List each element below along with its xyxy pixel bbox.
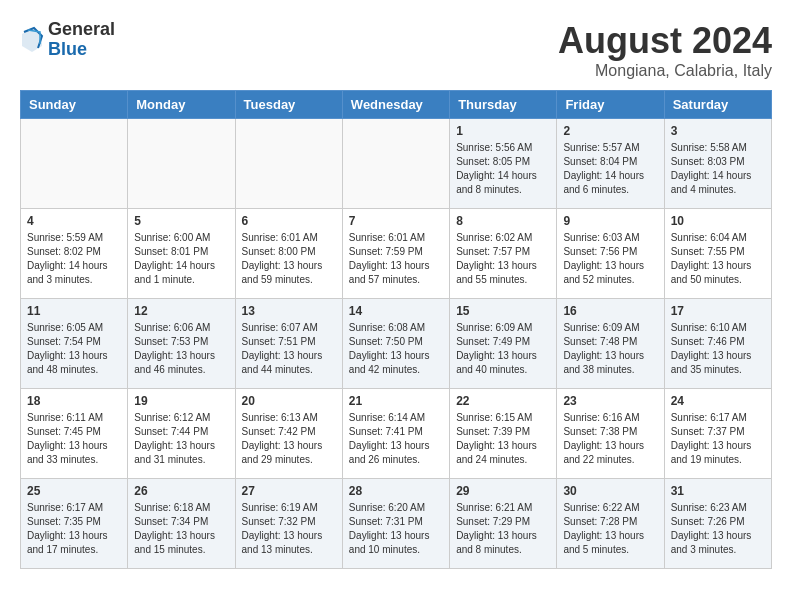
weekday-row: Sunday Monday Tuesday Wednesday Thursday… xyxy=(21,91,772,119)
day-info: Sunrise: 6:13 AMSunset: 7:42 PMDaylight:… xyxy=(242,411,336,467)
calendar-cell xyxy=(21,119,128,209)
location: Mongiana, Calabria, Italy xyxy=(558,62,772,80)
day-info: Sunrise: 5:56 AMSunset: 8:05 PMDaylight:… xyxy=(456,141,550,197)
day-number: 5 xyxy=(134,214,228,228)
day-info: Sunrise: 6:00 AMSunset: 8:01 PMDaylight:… xyxy=(134,231,228,287)
day-info: Sunrise: 6:07 AMSunset: 7:51 PMDaylight:… xyxy=(242,321,336,377)
day-number: 9 xyxy=(563,214,657,228)
calendar-cell: 25Sunrise: 6:17 AMSunset: 7:35 PMDayligh… xyxy=(21,479,128,569)
calendar-cell: 2Sunrise: 5:57 AMSunset: 8:04 PMDaylight… xyxy=(557,119,664,209)
calendar-cell xyxy=(342,119,449,209)
calendar-body: 1Sunrise: 5:56 AMSunset: 8:05 PMDaylight… xyxy=(21,119,772,569)
calendar-cell: 31Sunrise: 6:23 AMSunset: 7:26 PMDayligh… xyxy=(664,479,771,569)
col-saturday: Saturday xyxy=(664,91,771,119)
logo-text: General Blue xyxy=(48,20,115,60)
day-number: 27 xyxy=(242,484,336,498)
calendar-cell: 18Sunrise: 6:11 AMSunset: 7:45 PMDayligh… xyxy=(21,389,128,479)
day-info: Sunrise: 6:17 AMSunset: 7:35 PMDaylight:… xyxy=(27,501,121,557)
calendar-cell: 24Sunrise: 6:17 AMSunset: 7:37 PMDayligh… xyxy=(664,389,771,479)
day-info: Sunrise: 6:04 AMSunset: 7:55 PMDaylight:… xyxy=(671,231,765,287)
calendar-cell: 13Sunrise: 6:07 AMSunset: 7:51 PMDayligh… xyxy=(235,299,342,389)
day-info: Sunrise: 5:57 AMSunset: 8:04 PMDaylight:… xyxy=(563,141,657,197)
day-number: 25 xyxy=(27,484,121,498)
day-number: 15 xyxy=(456,304,550,318)
calendar-cell: 20Sunrise: 6:13 AMSunset: 7:42 PMDayligh… xyxy=(235,389,342,479)
day-number: 2 xyxy=(563,124,657,138)
day-number: 18 xyxy=(27,394,121,408)
calendar-cell: 23Sunrise: 6:16 AMSunset: 7:38 PMDayligh… xyxy=(557,389,664,479)
day-number: 13 xyxy=(242,304,336,318)
day-number: 1 xyxy=(456,124,550,138)
logo-icon xyxy=(20,26,44,54)
day-info: Sunrise: 6:01 AMSunset: 8:00 PMDaylight:… xyxy=(242,231,336,287)
calendar-cell: 26Sunrise: 6:18 AMSunset: 7:34 PMDayligh… xyxy=(128,479,235,569)
day-info: Sunrise: 6:05 AMSunset: 7:54 PMDaylight:… xyxy=(27,321,121,377)
calendar-cell: 9Sunrise: 6:03 AMSunset: 7:56 PMDaylight… xyxy=(557,209,664,299)
day-info: Sunrise: 6:01 AMSunset: 7:59 PMDaylight:… xyxy=(349,231,443,287)
day-info: Sunrise: 5:59 AMSunset: 8:02 PMDaylight:… xyxy=(27,231,121,287)
calendar-week-3: 11Sunrise: 6:05 AMSunset: 7:54 PMDayligh… xyxy=(21,299,772,389)
title-block: August 2024 Mongiana, Calabria, Italy xyxy=(558,20,772,80)
day-info: Sunrise: 6:18 AMSunset: 7:34 PMDaylight:… xyxy=(134,501,228,557)
calendar-cell: 5Sunrise: 6:00 AMSunset: 8:01 PMDaylight… xyxy=(128,209,235,299)
day-info: Sunrise: 6:10 AMSunset: 7:46 PMDaylight:… xyxy=(671,321,765,377)
day-number: 6 xyxy=(242,214,336,228)
calendar-cell: 12Sunrise: 6:06 AMSunset: 7:53 PMDayligh… xyxy=(128,299,235,389)
day-info: Sunrise: 6:16 AMSunset: 7:38 PMDaylight:… xyxy=(563,411,657,467)
logo-general: General xyxy=(48,20,115,40)
calendar-cell: 21Sunrise: 6:14 AMSunset: 7:41 PMDayligh… xyxy=(342,389,449,479)
page-header: General Blue August 2024 Mongiana, Calab… xyxy=(20,20,772,80)
day-number: 7 xyxy=(349,214,443,228)
day-info: Sunrise: 6:06 AMSunset: 7:53 PMDaylight:… xyxy=(134,321,228,377)
calendar-cell: 10Sunrise: 6:04 AMSunset: 7:55 PMDayligh… xyxy=(664,209,771,299)
col-monday: Monday xyxy=(128,91,235,119)
day-number: 21 xyxy=(349,394,443,408)
day-number: 8 xyxy=(456,214,550,228)
calendar-cell: 16Sunrise: 6:09 AMSunset: 7:48 PMDayligh… xyxy=(557,299,664,389)
day-info: Sunrise: 6:03 AMSunset: 7:56 PMDaylight:… xyxy=(563,231,657,287)
day-number: 31 xyxy=(671,484,765,498)
calendar-cell: 11Sunrise: 6:05 AMSunset: 7:54 PMDayligh… xyxy=(21,299,128,389)
calendar-cell: 8Sunrise: 6:02 AMSunset: 7:57 PMDaylight… xyxy=(450,209,557,299)
calendar-cell: 22Sunrise: 6:15 AMSunset: 7:39 PMDayligh… xyxy=(450,389,557,479)
calendar-cell xyxy=(128,119,235,209)
day-number: 28 xyxy=(349,484,443,498)
day-info: Sunrise: 6:12 AMSunset: 7:44 PMDaylight:… xyxy=(134,411,228,467)
calendar-cell: 19Sunrise: 6:12 AMSunset: 7:44 PMDayligh… xyxy=(128,389,235,479)
day-number: 30 xyxy=(563,484,657,498)
calendar-week-4: 18Sunrise: 6:11 AMSunset: 7:45 PMDayligh… xyxy=(21,389,772,479)
day-info: Sunrise: 6:17 AMSunset: 7:37 PMDaylight:… xyxy=(671,411,765,467)
calendar-cell: 30Sunrise: 6:22 AMSunset: 7:28 PMDayligh… xyxy=(557,479,664,569)
calendar-cell: 15Sunrise: 6:09 AMSunset: 7:49 PMDayligh… xyxy=(450,299,557,389)
day-info: Sunrise: 6:20 AMSunset: 7:31 PMDaylight:… xyxy=(349,501,443,557)
calendar-cell: 3Sunrise: 5:58 AMSunset: 8:03 PMDaylight… xyxy=(664,119,771,209)
day-number: 22 xyxy=(456,394,550,408)
day-info: Sunrise: 6:02 AMSunset: 7:57 PMDaylight:… xyxy=(456,231,550,287)
day-number: 24 xyxy=(671,394,765,408)
col-sunday: Sunday xyxy=(21,91,128,119)
calendar-cell: 28Sunrise: 6:20 AMSunset: 7:31 PMDayligh… xyxy=(342,479,449,569)
calendar-week-1: 1Sunrise: 5:56 AMSunset: 8:05 PMDaylight… xyxy=(21,119,772,209)
day-info: Sunrise: 6:19 AMSunset: 7:32 PMDaylight:… xyxy=(242,501,336,557)
calendar-cell: 7Sunrise: 6:01 AMSunset: 7:59 PMDaylight… xyxy=(342,209,449,299)
day-number: 20 xyxy=(242,394,336,408)
day-info: Sunrise: 6:22 AMSunset: 7:28 PMDaylight:… xyxy=(563,501,657,557)
day-number: 3 xyxy=(671,124,765,138)
col-friday: Friday xyxy=(557,91,664,119)
day-number: 16 xyxy=(563,304,657,318)
day-info: Sunrise: 6:14 AMSunset: 7:41 PMDaylight:… xyxy=(349,411,443,467)
day-number: 23 xyxy=(563,394,657,408)
day-info: Sunrise: 6:15 AMSunset: 7:39 PMDaylight:… xyxy=(456,411,550,467)
day-number: 19 xyxy=(134,394,228,408)
day-info: Sunrise: 5:58 AMSunset: 8:03 PMDaylight:… xyxy=(671,141,765,197)
day-info: Sunrise: 6:08 AMSunset: 7:50 PMDaylight:… xyxy=(349,321,443,377)
day-info: Sunrise: 6:11 AMSunset: 7:45 PMDaylight:… xyxy=(27,411,121,467)
calendar-week-5: 25Sunrise: 6:17 AMSunset: 7:35 PMDayligh… xyxy=(21,479,772,569)
col-tuesday: Tuesday xyxy=(235,91,342,119)
day-info: Sunrise: 6:09 AMSunset: 7:49 PMDaylight:… xyxy=(456,321,550,377)
day-number: 17 xyxy=(671,304,765,318)
calendar-cell: 27Sunrise: 6:19 AMSunset: 7:32 PMDayligh… xyxy=(235,479,342,569)
calendar-cell: 17Sunrise: 6:10 AMSunset: 7:46 PMDayligh… xyxy=(664,299,771,389)
calendar-cell: 6Sunrise: 6:01 AMSunset: 8:00 PMDaylight… xyxy=(235,209,342,299)
day-number: 29 xyxy=(456,484,550,498)
